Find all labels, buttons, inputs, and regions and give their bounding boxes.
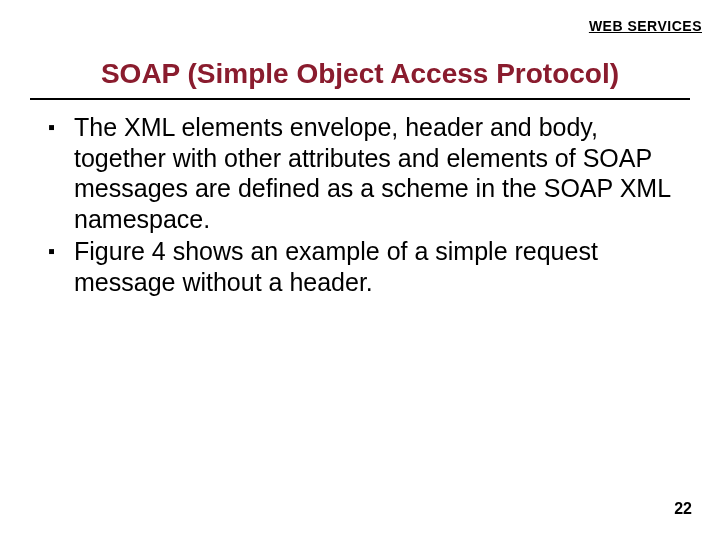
header-label: WEB SERVICES — [589, 18, 702, 34]
bullet-text: Figure 4 shows an example of a simple re… — [74, 236, 680, 297]
title-divider — [30, 98, 690, 100]
bullet-icon: ▪ — [48, 112, 74, 142]
list-item: ▪ Figure 4 shows an example of a simple … — [48, 236, 680, 297]
bullet-text: The XML elements envelope, header and bo… — [74, 112, 680, 234]
content-area: ▪ The XML elements envelope, header and … — [48, 112, 680, 299]
slide-title: SOAP (Simple Object Access Protocol) — [0, 58, 720, 96]
bullet-icon: ▪ — [48, 236, 74, 266]
page-number: 22 — [674, 500, 692, 518]
list-item: ▪ The XML elements envelope, header and … — [48, 112, 680, 234]
